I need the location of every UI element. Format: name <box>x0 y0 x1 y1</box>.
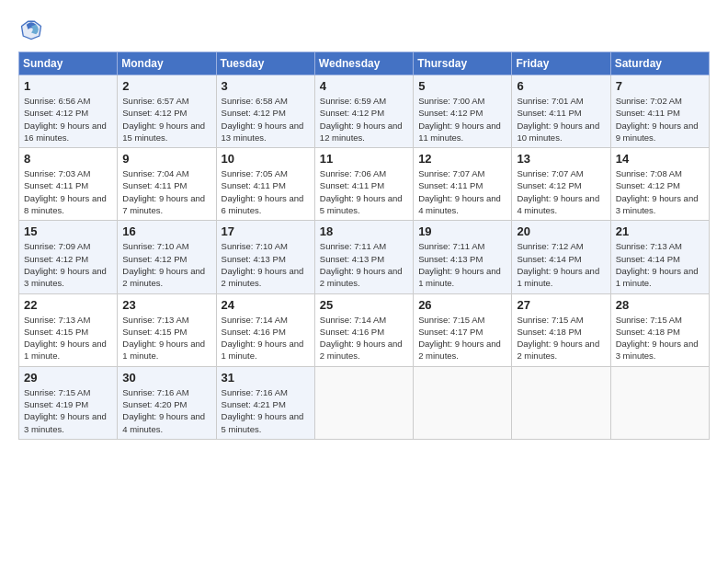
calendar-table: SundayMondayTuesdayWednesdayThursdayFrid… <box>18 52 710 440</box>
cell-sunrise: Sunrise: 7:01 AMSunset: 4:11 PMDaylight:… <box>517 96 599 143</box>
calendar-cell: 11 Sunrise: 7:06 AMSunset: 4:11 PMDaylig… <box>314 148 413 221</box>
cell-sunrise: Sunrise: 7:14 AMSunset: 4:16 PMDaylight:… <box>222 315 304 362</box>
cell-day-number: 20 <box>517 224 605 238</box>
cell-sunrise: Sunrise: 7:04 AMSunset: 4:11 PMDaylight:… <box>122 168 205 215</box>
calendar-day-header: Wednesday <box>314 52 413 75</box>
cell-day-number: 22 <box>24 298 112 312</box>
cell-sunrise: Sunrise: 7:16 AMSunset: 4:21 PMDaylight:… <box>222 387 304 434</box>
cell-sunrise: Sunrise: 7:07 AMSunset: 4:11 PMDaylight:… <box>418 168 501 215</box>
calendar-cell: 12 Sunrise: 7:07 AMSunset: 4:11 PMDaylig… <box>414 148 512 221</box>
cell-day-number: 2 <box>122 79 210 93</box>
calendar-cell: 26 Sunrise: 7:15 AMSunset: 4:17 PMDaylig… <box>414 293 512 366</box>
calendar-cell: 29 Sunrise: 7:15 AMSunset: 4:19 PMDaylig… <box>19 366 118 439</box>
calendar-cell: 17 Sunrise: 7:10 AMSunset: 4:13 PMDaylig… <box>216 221 314 293</box>
calendar-cell: 30 Sunrise: 7:16 AMSunset: 4:20 PMDaylig… <box>118 366 216 439</box>
cell-sunrise: Sunrise: 7:15 AMSunset: 4:17 PMDaylight:… <box>418 315 501 362</box>
cell-day-number: 14 <box>616 152 704 166</box>
cell-day-number: 9 <box>122 152 210 166</box>
cell-day-number: 30 <box>122 371 210 385</box>
cell-day-number: 1 <box>24 79 112 93</box>
cell-day-number: 7 <box>616 79 704 93</box>
calendar-cell: 23 Sunrise: 7:13 AMSunset: 4:15 PMDaylig… <box>118 293 216 366</box>
cell-day-number: 23 <box>122 298 210 312</box>
calendar-cell: 19 Sunrise: 7:11 AMSunset: 4:13 PMDaylig… <box>414 221 512 293</box>
calendar-cell: 14 Sunrise: 7:08 AMSunset: 4:12 PMDaylig… <box>610 148 709 221</box>
cell-sunrise: Sunrise: 7:11 AMSunset: 4:13 PMDaylight:… <box>320 241 403 288</box>
calendar-cell: 28 Sunrise: 7:15 AMSunset: 4:18 PMDaylig… <box>610 293 709 366</box>
cell-sunrise: Sunrise: 7:11 AMSunset: 4:13 PMDaylight:… <box>418 241 501 288</box>
calendar-cell <box>512 366 610 439</box>
cell-day-number: 5 <box>418 79 506 93</box>
cell-day-number: 27 <box>517 298 605 312</box>
cell-sunrise: Sunrise: 6:56 AMSunset: 4:12 PMDaylight:… <box>24 96 107 143</box>
calendar-cell: 21 Sunrise: 7:13 AMSunset: 4:14 PMDaylig… <box>610 221 709 293</box>
cell-day-number: 28 <box>616 298 704 312</box>
calendar-cell: 9 Sunrise: 7:04 AMSunset: 4:11 PMDayligh… <box>118 148 216 221</box>
cell-sunrise: Sunrise: 7:05 AMSunset: 4:11 PMDaylight:… <box>222 168 304 215</box>
logo-icon <box>18 17 44 42</box>
cell-day-number: 8 <box>24 152 112 166</box>
calendar-cell: 15 Sunrise: 7:09 AMSunset: 4:12 PMDaylig… <box>19 221 118 293</box>
cell-sunrise: Sunrise: 7:15 AMSunset: 4:18 PMDaylight:… <box>517 315 599 362</box>
calendar-cell: 4 Sunrise: 6:59 AMSunset: 4:12 PMDayligh… <box>314 75 413 148</box>
cell-sunrise: Sunrise: 7:03 AMSunset: 4:11 PMDaylight:… <box>24 168 107 215</box>
cell-sunrise: Sunrise: 7:08 AMSunset: 4:12 PMDaylight:… <box>616 168 699 215</box>
cell-sunrise: Sunrise: 7:10 AMSunset: 4:13 PMDaylight:… <box>222 241 304 288</box>
cell-sunrise: Sunrise: 7:00 AMSunset: 4:12 PMDaylight:… <box>418 96 501 143</box>
calendar-day-header: Monday <box>118 52 216 75</box>
cell-sunrise: Sunrise: 7:09 AMSunset: 4:12 PMDaylight:… <box>24 241 107 288</box>
calendar-cell <box>414 366 512 439</box>
calendar-cell: 6 Sunrise: 7:01 AMSunset: 4:11 PMDayligh… <box>512 75 610 148</box>
logo <box>18 17 48 42</box>
calendar-day-header: Saturday <box>610 52 709 75</box>
calendar-header-row: SundayMondayTuesdayWednesdayThursdayFrid… <box>19 52 710 75</box>
cell-sunrise: Sunrise: 7:06 AMSunset: 4:11 PMDaylight:… <box>320 168 403 215</box>
calendar-cell: 24 Sunrise: 7:14 AMSunset: 4:16 PMDaylig… <box>216 293 314 366</box>
cell-sunrise: Sunrise: 7:07 AMSunset: 4:12 PMDaylight:… <box>517 168 599 215</box>
calendar-week-row: 22 Sunrise: 7:13 AMSunset: 4:15 PMDaylig… <box>19 293 710 366</box>
cell-day-number: 17 <box>222 224 310 238</box>
cell-sunrise: Sunrise: 7:12 AMSunset: 4:14 PMDaylight:… <box>517 241 599 288</box>
cell-day-number: 31 <box>222 371 310 385</box>
calendar-cell: 16 Sunrise: 7:10 AMSunset: 4:12 PMDaylig… <box>118 221 216 293</box>
cell-sunrise: Sunrise: 7:02 AMSunset: 4:11 PMDaylight:… <box>616 96 699 143</box>
cell-sunrise: Sunrise: 7:13 AMSunset: 4:15 PMDaylight:… <box>24 315 107 362</box>
calendar-cell: 25 Sunrise: 7:14 AMSunset: 4:16 PMDaylig… <box>314 293 413 366</box>
calendar-cell: 8 Sunrise: 7:03 AMSunset: 4:11 PMDayligh… <box>19 148 118 221</box>
calendar-cell: 5 Sunrise: 7:00 AMSunset: 4:12 PMDayligh… <box>414 75 512 148</box>
calendar-cell: 1 Sunrise: 6:56 AMSunset: 4:12 PMDayligh… <box>19 75 118 148</box>
calendar-cell: 20 Sunrise: 7:12 AMSunset: 4:14 PMDaylig… <box>512 221 610 293</box>
cell-day-number: 21 <box>616 224 704 238</box>
cell-sunrise: Sunrise: 7:16 AMSunset: 4:20 PMDaylight:… <box>122 387 205 434</box>
calendar-day-header: Thursday <box>414 52 512 75</box>
calendar-cell: 2 Sunrise: 6:57 AMSunset: 4:12 PMDayligh… <box>118 75 216 148</box>
calendar-cell: 27 Sunrise: 7:15 AMSunset: 4:18 PMDaylig… <box>512 293 610 366</box>
cell-sunrise: Sunrise: 7:10 AMSunset: 4:12 PMDaylight:… <box>122 241 205 288</box>
cell-day-number: 10 <box>222 152 310 166</box>
cell-day-number: 12 <box>418 152 506 166</box>
cell-sunrise: Sunrise: 7:13 AMSunset: 4:14 PMDaylight:… <box>616 241 699 288</box>
cell-day-number: 29 <box>24 371 112 385</box>
cell-sunrise: Sunrise: 6:58 AMSunset: 4:12 PMDaylight:… <box>222 96 304 143</box>
cell-sunrise: Sunrise: 7:14 AMSunset: 4:16 PMDaylight:… <box>320 315 403 362</box>
cell-day-number: 4 <box>320 79 408 93</box>
cell-day-number: 11 <box>320 152 408 166</box>
cell-day-number: 13 <box>517 152 605 166</box>
calendar-cell: 31 Sunrise: 7:16 AMSunset: 4:21 PMDaylig… <box>216 366 314 439</box>
cell-day-number: 16 <box>122 224 210 238</box>
calendar-week-row: 15 Sunrise: 7:09 AMSunset: 4:12 PMDaylig… <box>19 221 710 293</box>
calendar-day-header: Tuesday <box>216 52 314 75</box>
calendar-week-row: 29 Sunrise: 7:15 AMSunset: 4:19 PMDaylig… <box>19 366 710 439</box>
calendar-cell: 13 Sunrise: 7:07 AMSunset: 4:12 PMDaylig… <box>512 148 610 221</box>
cell-day-number: 15 <box>24 224 112 238</box>
cell-day-number: 25 <box>320 298 408 312</box>
calendar-week-row: 1 Sunrise: 6:56 AMSunset: 4:12 PMDayligh… <box>19 75 710 148</box>
cell-sunrise: Sunrise: 7:13 AMSunset: 4:15 PMDaylight:… <box>122 315 205 362</box>
cell-day-number: 24 <box>222 298 310 312</box>
page: SundayMondayTuesdayWednesdayThursdayFrid… <box>0 0 728 563</box>
cell-day-number: 3 <box>222 79 310 93</box>
cell-day-number: 26 <box>418 298 506 312</box>
calendar-day-header: Sunday <box>19 52 118 75</box>
calendar-cell: 22 Sunrise: 7:13 AMSunset: 4:15 PMDaylig… <box>19 293 118 366</box>
cell-day-number: 19 <box>418 224 506 238</box>
